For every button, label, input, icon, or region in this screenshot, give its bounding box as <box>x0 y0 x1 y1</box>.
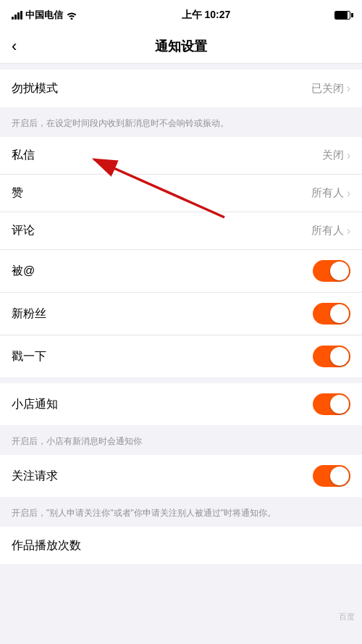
battery-icon <box>334 11 350 20</box>
status-carrier: 中国电信 <box>12 9 77 22</box>
follow-section: 关注请求 <box>0 455 362 497</box>
poke-label: 戳一下 <box>12 349 46 364</box>
list-item-dnd[interactable]: 勿扰模式 已关闭 › <box>0 70 362 107</box>
comment-value: 所有人 › <box>311 224 350 238</box>
chevron-icon: › <box>347 149 350 162</box>
at-toggle-switch[interactable] <box>313 260 350 282</box>
playcount-label: 作品播放次数 <box>12 538 81 553</box>
list-item-shop[interactable]: 小店通知 <box>0 383 362 425</box>
newfans-label: 新粉丝 <box>12 306 46 322</box>
comment-label: 评论 <box>12 223 35 238</box>
page-title: 通知设置 <box>155 38 207 55</box>
follow-note: 开启后，"别人申请关注你"或者"你申请关注别人被通过"时将通知你。 <box>0 503 362 527</box>
dm-label: 私信 <box>12 148 35 163</box>
follow-toggle-switch[interactable] <box>313 465 350 487</box>
dnd-label: 勿扰模式 <box>12 81 58 96</box>
back-button[interactable]: ‹ <box>12 37 17 56</box>
dm-value: 关闭 › <box>322 149 350 162</box>
poke-toggle[interactable] <box>313 346 350 367</box>
wifi-icon <box>66 11 77 20</box>
shop-section: 小店通知 <box>0 383 362 425</box>
follow-toggle[interactable] <box>313 465 350 487</box>
shop-label: 小店通知 <box>12 397 58 412</box>
list-item-comment[interactable]: 评论 所有人 › <box>0 212 362 250</box>
dnd-note: 开启后，在设定时间段内收到新消息时不会响铃或振动。 <box>0 113 362 137</box>
dnd-value: 已关闭 › <box>311 82 350 96</box>
messages-section: 私信 关闭 › 赞 所有人 › 评论 所有人 › 被@ <box>0 137 362 377</box>
playcount-section: 作品播放次数 <box>0 527 362 564</box>
shop-toggle-switch[interactable] <box>313 393 350 415</box>
list-item-dm[interactable]: 私信 关闭 › <box>0 137 362 175</box>
status-time: 上午 10:27 <box>182 9 231 22</box>
like-value: 所有人 › <box>311 186 350 200</box>
newfans-toggle[interactable] <box>313 303 350 325</box>
list-item-newfans[interactable]: 新粉丝 <box>0 293 362 335</box>
signal-icon <box>12 11 22 20</box>
like-label: 赞 <box>12 185 23 201</box>
list-item-playcount[interactable]: 作品播放次数 <box>0 527 362 564</box>
chevron-icon: › <box>347 187 350 200</box>
newfans-toggle-switch[interactable] <box>313 303 350 325</box>
dnd-section: 勿扰模式 已关闭 › <box>0 70 362 107</box>
list-item-follow[interactable]: 关注请求 <box>0 455 362 497</box>
list-item-like[interactable]: 赞 所有人 › <box>0 175 362 212</box>
poke-toggle-switch[interactable] <box>313 346 350 367</box>
nav-bar: ‹ 通知设置 <box>0 29 362 64</box>
at-label: 被@ <box>12 264 35 279</box>
list-item-poke[interactable]: 戳一下 <box>0 335 362 377</box>
shop-note: 开启后，小店有新消息时会通知你 <box>0 431 362 455</box>
at-toggle[interactable] <box>313 260 350 282</box>
chevron-icon: › <box>347 225 350 238</box>
status-battery <box>334 11 350 20</box>
watermark: 百度 <box>339 611 355 622</box>
list-item-at[interactable]: 被@ <box>0 250 362 293</box>
chevron-icon: › <box>347 82 350 95</box>
status-bar: 中国电信 上午 10:27 <box>0 0 362 29</box>
follow-label: 关注请求 <box>12 469 58 484</box>
shop-toggle[interactable] <box>313 393 350 415</box>
